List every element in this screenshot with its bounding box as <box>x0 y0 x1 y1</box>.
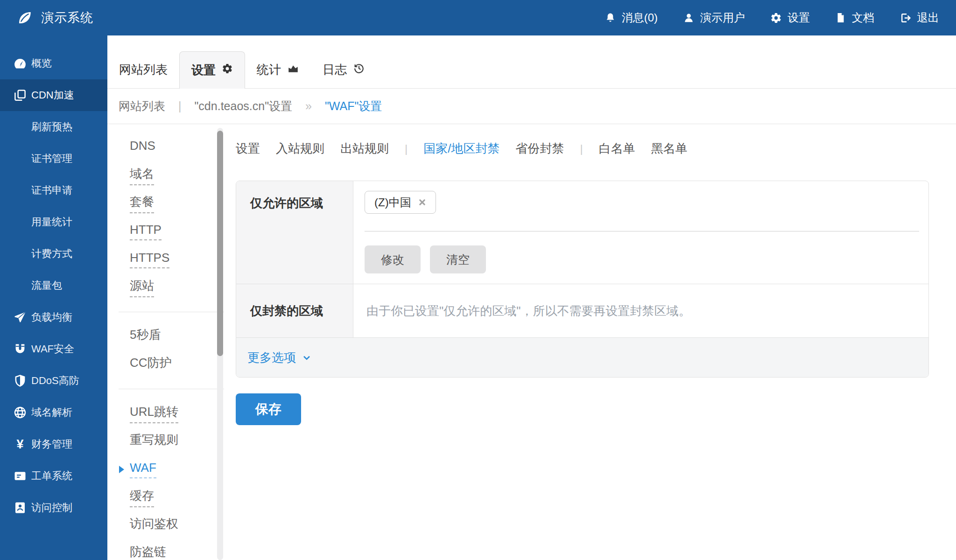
tab-website-list[interactable]: 网站列表 <box>107 51 179 88</box>
sidebar-item-label: DDoS高防 <box>31 374 79 388</box>
breadcrumb-website-list[interactable]: 网站列表 <box>119 98 165 114</box>
subnav-item-waf[interactable]: WAF <box>107 455 224 483</box>
globe-icon <box>13 405 28 420</box>
user-menu-item[interactable]: 演示用户 <box>683 10 745 25</box>
sidebar-item-label: 证书申请 <box>31 183 72 197</box>
clear-button[interactable]: 清空 <box>430 245 486 273</box>
user-icon <box>683 12 695 24</box>
topbar-menu: 消息(0) 演示用户 设置 <box>605 10 939 25</box>
sidebar-item-load-balance[interactable]: 负载均衡 <box>0 301 107 333</box>
subnav-item-https[interactable]: HTTPS <box>107 245 224 273</box>
gauge-icon <box>13 56 28 71</box>
brand-title: 演示系统 <box>41 9 93 26</box>
sidebar-item-cdn[interactable]: CDN加速 <box>0 79 107 111</box>
subtab-province-block[interactable]: 省份封禁 <box>515 140 564 157</box>
subtab-blacklist[interactable]: 黑名单 <box>651 140 688 157</box>
sidebar-item-tickets[interactable]: 工单系统 <box>0 460 107 492</box>
region-input-underline[interactable] <box>365 231 919 231</box>
copy-icon <box>13 88 28 103</box>
sidebar-item-traffic-pack[interactable]: 流量包 <box>0 270 107 301</box>
subnav-item-dns[interactable]: DNS <box>107 133 224 161</box>
scrollbar-thumb[interactable] <box>217 131 223 356</box>
shield-icon <box>13 373 28 388</box>
sidebar-item-cert-manage[interactable]: 证书管理 <box>0 143 107 175</box>
subnav-item-cc-protect[interactable]: CC防护 <box>107 350 224 378</box>
breadcrumb-site-settings[interactable]: "cdn.teaos.cn"设置 <box>195 98 293 114</box>
chevron-down-icon[interactable] <box>302 352 312 363</box>
docs-label: 文档 <box>852 10 874 25</box>
tab-label: 日志 <box>323 62 347 78</box>
subnav-divider <box>119 389 224 389</box>
magnet-icon <box>13 342 28 357</box>
tab-bar: 网站列表 设置 统计 日志 <box>107 35 956 89</box>
subtab-inbound-rules[interactable]: 入站规则 <box>276 140 324 157</box>
breadcrumb-waf-settings[interactable]: "WAF"设置 <box>325 98 382 114</box>
sidebar-item-overview[interactable]: 概览 <box>0 48 107 79</box>
modify-button[interactable]: 修改 <box>365 245 421 273</box>
subnav-item-rewrite-rules[interactable]: 重写规则 <box>107 427 224 455</box>
sidebar-item-label: 用量统计 <box>31 215 72 229</box>
sidebar-item-label: 财务管理 <box>31 437 72 451</box>
settings-menu-item[interactable]: 设置 <box>770 10 810 25</box>
blocked-region-row: 仅封禁的区域 由于你已设置"仅允许的区域"，所以不需要再设置封禁区域。 <box>236 284 928 338</box>
tab-statistics[interactable]: 统计 <box>245 51 311 88</box>
sidebar-item-billing[interactable]: 计费方式 <box>0 238 107 270</box>
subtab-outbound-rules[interactable]: 出站规则 <box>340 140 389 157</box>
sidebar-item-dns-resolve[interactable]: 域名解析 <box>0 397 107 428</box>
subnav-item-origin[interactable]: 源站 <box>107 273 224 301</box>
topbar: 演示系统 消息(0) 演示用户 <box>0 0 956 35</box>
sidebar-item-label: 流量包 <box>31 279 62 293</box>
subnav-item-access-auth[interactable]: 访问鉴权 <box>107 511 224 539</box>
sidebar-item-ddos[interactable]: DDoS高防 <box>0 365 107 397</box>
user-label: 演示用户 <box>700 10 745 25</box>
sidebar-item-usage-stats[interactable]: 用量统计 <box>0 206 107 238</box>
blocked-region-note: 由于你已设置"仅允许的区域"，所以不需要再设置封禁区域。 <box>353 284 928 337</box>
subnav-item-http[interactable]: HTTP <box>107 217 224 245</box>
tab-settings[interactable]: 设置 <box>179 51 245 89</box>
subtab-country-block[interactable]: 国家/地区封禁 <box>423 140 499 157</box>
docs-menu-item[interactable]: 文档 <box>835 10 874 25</box>
chart-icon <box>287 62 299 77</box>
region-tag-label: (Z)中国 <box>374 195 411 210</box>
more-options-link[interactable]: 更多选项 <box>247 350 296 366</box>
subtab-pipe: | <box>405 142 408 155</box>
close-icon[interactable] <box>418 198 426 206</box>
logout-menu-item[interactable]: 退出 <box>900 10 939 25</box>
document-icon <box>835 12 846 23</box>
sidebar-item-refresh-prewarm[interactable]: 刷新预热 <box>0 111 107 143</box>
sidebar-item-label: CDN加速 <box>31 88 74 102</box>
sidebar-item-label: 计费方式 <box>31 247 72 261</box>
subnav-divider <box>119 312 224 312</box>
sidebar-item-finance[interactable]: ¥ 财务管理 <box>0 428 107 460</box>
sidebar-item-waf-security[interactable]: WAF安全 <box>0 333 107 365</box>
subnav-item-5s-shield[interactable]: 5秒盾 <box>107 322 224 350</box>
waf-subtabs: 设置 入站规则 出站规则 | 国家/地区封禁 省份封禁 | 白名单 黑名单 <box>236 124 929 181</box>
region-tag-china[interactable]: (Z)中国 <box>365 191 436 214</box>
sidebar-item-access-control[interactable]: 访问控制 <box>0 492 107 524</box>
ticket-icon <box>13 469 28 483</box>
breadcrumb: 网站列表 | "cdn.teaos.cn"设置 » "WAF"设置 <box>107 89 956 124</box>
save-button[interactable]: 保存 <box>236 393 301 425</box>
sidebar-item-cert-apply[interactable]: 证书申请 <box>0 175 107 206</box>
id-card-icon <box>13 500 28 515</box>
yen-icon: ¥ <box>13 437 28 452</box>
subnav-item-url-redirect[interactable]: URL跳转 <box>107 399 224 427</box>
subnav-item-hotlink-protect[interactable]: 防盗链 <box>107 539 224 560</box>
allowed-region-label: 仅允许的区域 <box>236 181 353 284</box>
subtab-whitelist[interactable]: 白名单 <box>599 140 635 157</box>
messages-menu-item[interactable]: 消息(0) <box>605 10 658 25</box>
sidebar-item-label: WAF安全 <box>31 342 74 356</box>
subnav-item-cache[interactable]: 缓存 <box>107 483 224 511</box>
sidebar-item-label: 访问控制 <box>31 501 72 515</box>
subtab-settings[interactable]: 设置 <box>236 140 260 157</box>
subnav-scrollbar[interactable] <box>217 128 223 560</box>
send-icon <box>13 310 28 325</box>
sidebar-item-label: 工单系统 <box>31 469 72 483</box>
sidebar-item-label: 负载均衡 <box>31 310 72 324</box>
subnav-item-plan[interactable]: 套餐 <box>107 189 224 217</box>
brand[interactable]: 演示系统 <box>17 9 93 26</box>
more-options-row: 更多选项 <box>236 338 928 377</box>
gear-icon <box>222 63 233 77</box>
tab-logs[interactable]: 日志 <box>311 51 377 88</box>
subnav-item-domain[interactable]: 域名 <box>107 161 224 189</box>
